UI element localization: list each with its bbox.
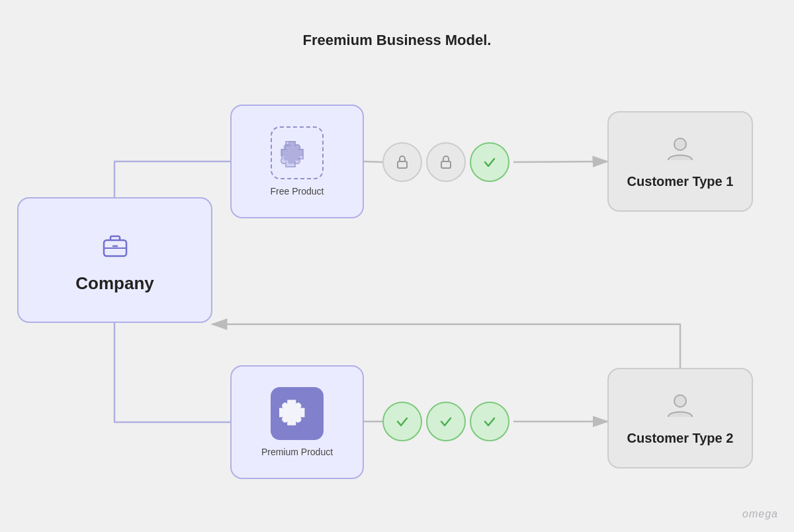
page-title: Freemium Business Model. xyxy=(303,32,492,49)
free-product-icon-wrap xyxy=(271,126,324,179)
company-label: Company xyxy=(75,273,154,294)
company-box: Company xyxy=(17,197,212,323)
customer1-avatar-icon xyxy=(666,134,695,169)
svg-line-1 xyxy=(513,161,607,162)
premium-product-label: Premium Product xyxy=(261,447,333,457)
svg-rect-11 xyxy=(441,161,451,168)
watermark: omega xyxy=(742,508,778,520)
svg-line-0 xyxy=(364,161,382,162)
diagram-container: Freemium Business Model. xyxy=(0,0,794,532)
free-product-label: Free Product xyxy=(271,186,324,197)
customer2-label: Customer Type 2 xyxy=(627,431,734,446)
premium-product-box: Premium Product xyxy=(230,365,364,479)
customer1-box: Customer Type 1 xyxy=(607,111,753,212)
free-product-box: Free Product xyxy=(230,105,364,218)
top-circles-row xyxy=(382,142,509,182)
bottom-circle-1 xyxy=(382,402,422,441)
top-circle-2 xyxy=(426,142,466,182)
svg-point-8 xyxy=(674,138,686,150)
customer2-box: Customer Type 2 xyxy=(607,368,753,468)
bottom-circle-3 xyxy=(470,402,509,441)
svg-rect-10 xyxy=(398,161,407,168)
bottom-circle-2 xyxy=(426,402,466,441)
customer1-label: Customer Type 1 xyxy=(627,174,734,189)
top-circle-1 xyxy=(382,142,422,182)
customer2-avatar-icon xyxy=(666,390,695,425)
top-circle-3 xyxy=(470,142,509,182)
svg-point-9 xyxy=(674,395,686,407)
premium-product-icon-wrap xyxy=(271,387,324,440)
briefcase-icon xyxy=(99,227,132,267)
bottom-circles-row xyxy=(382,402,509,441)
